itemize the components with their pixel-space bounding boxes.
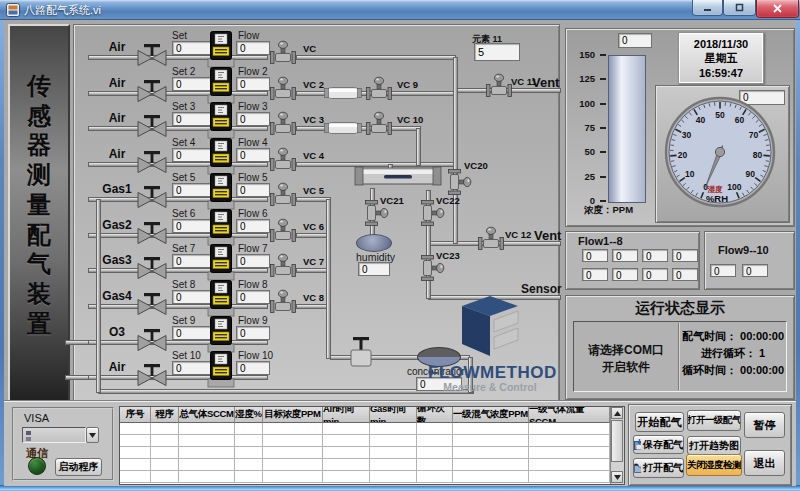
vc-valve-icon[interactable] <box>270 76 296 100</box>
table-cell[interactable] <box>323 471 370 483</box>
flow-display: 0 <box>236 148 270 162</box>
table-cell[interactable] <box>151 435 179 447</box>
table-cell[interactable] <box>417 423 453 435</box>
table-cell[interactable] <box>235 459 263 471</box>
vc-valve-icon[interactable] <box>270 253 296 277</box>
flow-display: 0 <box>236 77 270 91</box>
table-cell[interactable] <box>529 459 610 471</box>
pipe <box>88 375 268 380</box>
manual-valve-icon[interactable] <box>346 334 376 372</box>
status-stat-value: 00:00:00 <box>737 364 784 376</box>
flow-display: 0 <box>236 361 270 375</box>
manual-valve-icon[interactable] <box>136 41 168 67</box>
pipe <box>88 340 268 345</box>
vc-valve-label: VC23 <box>436 250 460 261</box>
status-stat-label: 配气时间： <box>682 330 737 342</box>
manual-valve-icon[interactable] <box>136 112 168 138</box>
vc-valve-icon[interactable] <box>448 169 472 195</box>
manual-valve-icon[interactable] <box>136 148 168 174</box>
vc-valve-icon[interactable] <box>366 76 392 100</box>
table-cell[interactable] <box>529 447 610 459</box>
pipe <box>326 199 331 359</box>
tank-tick-label: 100 <box>566 98 595 109</box>
table-cell[interactable] <box>323 447 370 459</box>
mfc-icon <box>206 280 236 317</box>
table-cell[interactable] <box>179 435 235 447</box>
table-cell[interactable] <box>151 471 179 483</box>
table-cell[interactable] <box>263 447 323 459</box>
table-cell[interactable] <box>453 435 529 447</box>
table-cell[interactable] <box>453 459 529 471</box>
channel-gas-label: Air <box>96 76 138 90</box>
table-cell[interactable] <box>417 471 453 483</box>
table-cell[interactable] <box>529 435 610 447</box>
tank-tick <box>600 78 606 80</box>
vc-valve-icon[interactable] <box>486 73 512 97</box>
vc-valve-label: VC 6 <box>303 221 324 232</box>
table-cell[interactable] <box>529 471 610 483</box>
table-cell[interactable] <box>263 471 323 483</box>
table-cell[interactable] <box>529 423 610 435</box>
vc-valve-label: VC 7 <box>303 256 324 267</box>
set-label: Set 7 <box>172 243 195 254</box>
table-cell[interactable] <box>263 423 323 435</box>
table-cell[interactable] <box>120 435 151 447</box>
table-cell[interactable] <box>417 447 453 459</box>
table-cell[interactable] <box>370 435 417 447</box>
vc-valve-icon[interactable] <box>270 218 296 242</box>
table-cell[interactable] <box>151 447 179 459</box>
set-label: Set 9 <box>172 315 195 326</box>
set-label: Set 3 <box>172 101 195 112</box>
table-cell[interactable] <box>151 423 179 435</box>
table-cell[interactable] <box>235 447 263 459</box>
table-cell[interactable] <box>323 459 370 471</box>
table-cell[interactable] <box>263 459 323 471</box>
vc-valve-icon[interactable] <box>270 147 296 171</box>
table-cell[interactable] <box>453 447 529 459</box>
humidity-input: 0 <box>358 262 390 276</box>
table-cell[interactable] <box>235 423 263 435</box>
table-cell[interactable] <box>151 459 179 471</box>
table-cell[interactable] <box>120 423 151 435</box>
table-cell[interactable] <box>370 423 417 435</box>
vent-top-label: Vent <box>532 75 559 90</box>
table-cell[interactable] <box>179 459 235 471</box>
table-cell[interactable] <box>120 471 151 483</box>
manual-valve-icon[interactable] <box>136 290 168 316</box>
manual-valve-icon[interactable] <box>136 183 168 209</box>
manual-valve-icon[interactable] <box>136 326 168 352</box>
table-cell[interactable] <box>235 435 263 447</box>
vc-valve-icon[interactable] <box>270 40 296 64</box>
table-cell[interactable] <box>179 447 235 459</box>
table-cell[interactable] <box>235 471 263 483</box>
vc-valve-label: VC 2 <box>303 79 324 90</box>
flow-label: Flow 10 <box>238 350 273 361</box>
table-cell[interactable] <box>370 447 417 459</box>
table-cell[interactable] <box>120 459 151 471</box>
manual-valve-icon[interactable] <box>136 77 168 103</box>
table-cell[interactable] <box>323 423 370 435</box>
manual-valve-icon[interactable] <box>136 219 168 245</box>
vc-valve-icon[interactable] <box>366 111 392 135</box>
table-cell[interactable] <box>370 471 417 483</box>
vc-valve-icon[interactable] <box>478 226 504 250</box>
set-label: Set 8 <box>172 279 195 290</box>
table-cell[interactable] <box>417 459 453 471</box>
table-cell[interactable] <box>370 459 417 471</box>
tank-tick <box>600 54 606 56</box>
element11-input[interactable]: 5 <box>474 43 520 61</box>
channel-gas-label: Gas3 <box>96 253 138 267</box>
table-cell[interactable] <box>323 435 370 447</box>
table-cell[interactable] <box>263 435 323 447</box>
manual-valve-icon[interactable] <box>136 254 168 280</box>
manual-valve-icon[interactable] <box>136 361 168 387</box>
table-cell[interactable] <box>179 471 235 483</box>
vc-valve-icon[interactable] <box>270 289 296 313</box>
vc-valve-icon[interactable] <box>270 111 296 135</box>
vc-valve-icon[interactable] <box>270 182 296 206</box>
table-cell[interactable] <box>453 423 529 435</box>
table-cell[interactable] <box>453 471 529 483</box>
table-cell[interactable] <box>120 447 151 459</box>
table-cell[interactable] <box>179 423 235 435</box>
table-cell[interactable] <box>417 435 453 447</box>
